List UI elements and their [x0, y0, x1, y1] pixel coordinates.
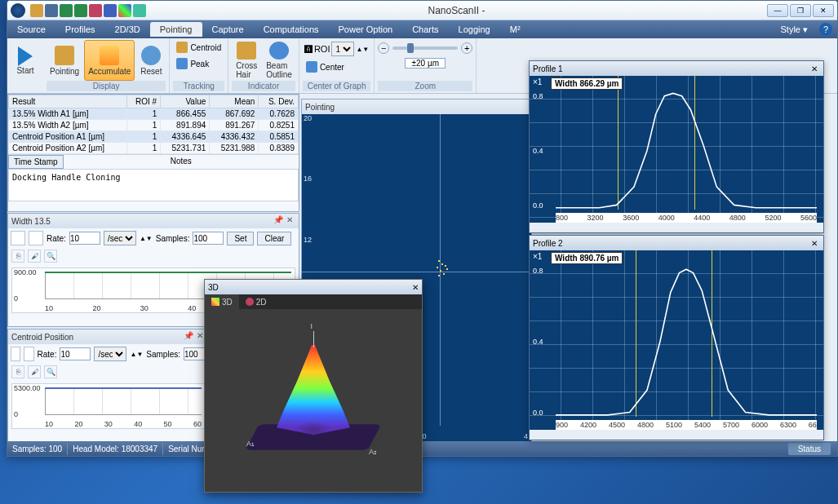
col-sdev[interactable]: S. Dev. — [259, 95, 299, 108]
zoom-minus[interactable]: − — [378, 42, 389, 54]
refresh-icon[interactable] — [133, 4, 146, 17]
menu-charts[interactable]: Charts — [402, 22, 448, 37]
samples-label: Samples: — [156, 234, 190, 243]
menu-computations[interactable]: Computations — [254, 22, 329, 37]
centroid-title: Centroid Position — [11, 333, 183, 342]
3d-plot[interactable]: I A₂ A₁ — [205, 309, 422, 492]
samples-input[interactable] — [193, 232, 224, 245]
pin-icon[interactable]: 📌 — [183, 331, 194, 343]
zoom-value[interactable] — [405, 58, 446, 69]
notes-label: Notes — [64, 155, 299, 169]
pause-button[interactable] — [11, 231, 25, 245]
rate-stepper[interactable]: ▲▼ — [130, 351, 143, 358]
rate-input[interactable] — [60, 347, 91, 360]
menu-power[interactable]: Power Option — [329, 22, 403, 37]
zoom-slider[interactable] — [392, 46, 458, 50]
tab-2d[interactable]: 2D — [239, 294, 273, 309]
zoom-icon[interactable]: 🔍 — [44, 250, 57, 263]
3d-window[interactable]: 3D✕ 3D 2D I A₂ A₁ — [204, 279, 423, 493]
scrollbar[interactable] — [530, 223, 823, 232]
tab-3d[interactable]: 3D — [205, 294, 239, 309]
pin-icon[interactable]: 📌 — [273, 215, 284, 227]
menu-logging[interactable]: Logging — [449, 22, 500, 37]
maximize-button[interactable]: ❐ — [790, 4, 811, 17]
menu-pointing[interactable]: Pointing — [150, 22, 202, 37]
pause-button[interactable] — [11, 347, 20, 361]
menu-source[interactable]: Source — [7, 22, 55, 37]
profile-a-icon[interactable] — [60, 4, 73, 17]
profile-b-icon[interactable] — [74, 4, 87, 17]
table-row[interactable]: Centroid Position A2 [µm]15231.7315231.9… — [9, 143, 299, 154]
copy-icon[interactable]: ⎘ — [11, 365, 24, 378]
notes-textarea[interactable] — [8, 169, 299, 201]
close-icon[interactable]: ✕ — [412, 283, 419, 292]
clear-button[interactable]: Clear — [257, 232, 291, 245]
center-icon — [306, 61, 317, 73]
record-button[interactable] — [29, 231, 43, 245]
zoom-icon[interactable]: 🔍 — [44, 365, 57, 378]
centroid-strip-chart[interactable]: 5300.00 0 102030405060 — [11, 383, 206, 429]
record-button[interactable] — [24, 347, 33, 361]
col-value[interactable]: Value — [161, 95, 210, 108]
pointing-button[interactable]: Pointing — [47, 40, 82, 81]
col-mean[interactable]: Mean — [210, 95, 259, 108]
start-button[interactable]: Start — [11, 40, 40, 81]
menu-capture[interactable]: Capture — [202, 22, 254, 37]
rate-stepper[interactable]: ▲▼ — [140, 235, 153, 242]
beam-icon — [269, 42, 289, 60]
table-row[interactable]: 13.5% Width A1 [µm]1866.455867.6920.7628 — [9, 108, 299, 120]
roi-stepper[interactable]: ▲▼ — [356, 46, 369, 53]
centroid-button[interactable]: Centroid — [173, 40, 224, 55]
rate-label: Rate: — [38, 350, 57, 359]
record-icon[interactable] — [89, 4, 102, 17]
col-roi[interactable]: ROI # — [126, 95, 161, 108]
pointing-icon — [55, 46, 74, 65]
window-title: NanoScanII - — [146, 5, 767, 16]
samples-input[interactable] — [184, 347, 206, 360]
menu-2d3d[interactable]: 2D/3D — [105, 22, 150, 37]
profile2-window[interactable]: Profile 2✕ ×1 Width 890.76 µm 0.80.40.0 … — [529, 235, 824, 440]
3d-title: 3D — [208, 283, 412, 292]
accumulate-button[interactable]: Accumulate — [84, 40, 135, 81]
center-button[interactable]: Center — [303, 60, 348, 74]
open-icon[interactable] — [30, 4, 43, 17]
profile2-scale: ×1 — [533, 252, 542, 261]
close-icon[interactable]: ✕ — [809, 239, 820, 248]
scrollbar[interactable] — [530, 430, 823, 440]
crosshair-button[interactable]: Cross Hair — [232, 40, 261, 81]
rate-unit-select[interactable]: /sec — [94, 347, 126, 361]
brush-icon[interactable]: 🖌 — [28, 365, 41, 378]
col-result[interactable]: Result — [9, 95, 127, 108]
status-head: Head Model: 18003347 — [68, 443, 163, 455]
save-icon[interactable] — [45, 4, 58, 17]
status-button[interactable]: Status — [788, 443, 831, 455]
profile2-canvas[interactable]: ×1 Width 890.76 µm 0.80.40.0 90042004500… — [530, 250, 823, 440]
menu-m2[interactable]: M² — [500, 22, 530, 37]
profile1-window[interactable]: Profile 1✕ ×1 Width 866.29 µm 0.80.40.0 … — [529, 60, 824, 233]
brush-icon[interactable]: 🖌 — [28, 250, 41, 263]
rate-input[interactable] — [69, 232, 100, 245]
zoom-plus[interactable]: + — [461, 42, 472, 54]
table-row[interactable]: Centroid Position A1 [µm]14336.6454336.4… — [9, 131, 299, 143]
menu-profiles[interactable]: Profiles — [55, 22, 105, 37]
help-icon[interactable]: ? — [819, 23, 832, 36]
close-button[interactable]: ✕ — [813, 4, 834, 17]
profile1-canvas[interactable]: ×1 Width 866.29 µm 0.80.40.0 80032003600… — [530, 76, 823, 232]
beam-outline-button[interactable]: Beam Outline — [263, 40, 295, 81]
table-row[interactable]: 13.5% Width A2 [µm]1891.894891.2670.8251 — [9, 120, 299, 131]
close-icon[interactable]: ✕ — [809, 64, 820, 73]
reset-button[interactable]: Reset — [136, 40, 166, 81]
copy-icon[interactable]: ⎘ — [11, 250, 24, 263]
timestamp-button[interactable]: Time Stamp — [8, 155, 64, 169]
roi-select[interactable]: 1 — [331, 42, 354, 56]
peak-button[interactable]: Peak — [173, 56, 212, 71]
quick-access-toolbar — [30, 4, 146, 17]
rate-unit-select[interactable]: /sec — [104, 231, 136, 245]
style-dropdown[interactable]: Style ▾ — [774, 22, 814, 38]
color-icon[interactable] — [118, 4, 131, 17]
set-button[interactable]: Set — [227, 232, 254, 245]
titlebar[interactable]: NanoScanII - — ❐ ✕ — [7, 1, 837, 20]
grid-icon[interactable] — [104, 4, 117, 17]
minimize-button[interactable]: — — [767, 4, 788, 17]
close-icon[interactable]: ✕ — [284, 215, 295, 227]
